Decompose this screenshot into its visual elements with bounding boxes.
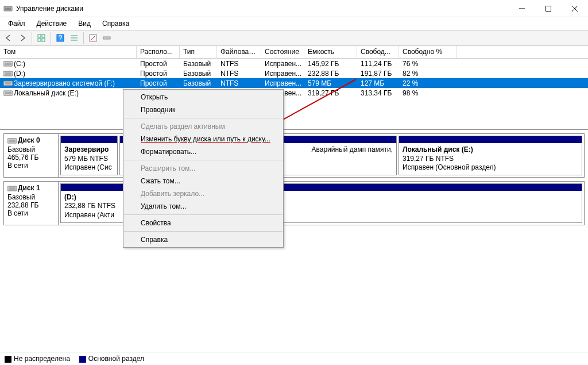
col-fs[interactable]: Файловая с... xyxy=(217,46,261,58)
context-menu-item[interactable]: Форматировать... xyxy=(123,145,283,158)
context-menu-item[interactable]: Проводник xyxy=(123,103,283,116)
col-free[interactable]: Свобод... xyxy=(357,46,399,58)
toolbar: ? xyxy=(0,30,588,46)
context-menu-item: Добавить зеркало... xyxy=(123,187,283,200)
volume-table-body: (C:)ПростойБазовыйNTFSИсправен...145,92 … xyxy=(0,59,588,98)
back-button[interactable] xyxy=(2,32,15,44)
svg-text:?: ? xyxy=(59,34,63,42)
legend-primary: Основной раздел xyxy=(79,355,144,363)
partition[interactable]: (D:)232,88 ГБ NTFSИсправен (Акти xyxy=(60,183,123,223)
context-menu-item: Сделать раздел активным xyxy=(123,120,283,133)
legend: Не распределена Основной раздел xyxy=(0,352,588,365)
svg-rect-22 xyxy=(5,82,11,84)
window-title: Управление дисками xyxy=(16,5,509,13)
context-menu: ОткрытьПроводникСделать раздел активнымИ… xyxy=(123,89,284,248)
context-menu-item[interactable]: Сжать том... xyxy=(123,175,283,187)
svg-rect-24 xyxy=(5,92,11,94)
partition[interactable]: Локальный диск (E:)319,27 ГБ NTFSИсправе… xyxy=(399,136,582,175)
svg-rect-16 xyxy=(103,37,110,39)
forward-button[interactable] xyxy=(16,32,29,44)
svg-rect-3 xyxy=(546,6,551,11)
svg-rect-6 xyxy=(38,34,41,37)
svg-rect-18 xyxy=(5,63,11,65)
context-menu-item[interactable]: Справка xyxy=(123,233,283,246)
minimize-button[interactable] xyxy=(509,0,535,17)
menu-file[interactable]: Файл xyxy=(3,18,30,29)
close-button[interactable] xyxy=(562,0,588,17)
volume-row[interactable]: Локальный диск (E:)ПростойБазовыйNTFSИсп… xyxy=(0,88,588,98)
legend-unallocated: Не распределена xyxy=(5,355,70,363)
volume-table-header: Том Располо... Тип Файловая с... Состоян… xyxy=(0,46,588,59)
menu-view[interactable]: Вид xyxy=(74,18,95,29)
help-icon[interactable]: ? xyxy=(54,32,67,44)
svg-rect-26 xyxy=(9,140,16,142)
menu-help[interactable]: Справка xyxy=(98,18,134,29)
volume-row[interactable]: Зарезервировано системой (F:)ПростойБазо… xyxy=(0,78,588,88)
svg-rect-28 xyxy=(9,187,16,190)
svg-rect-9 xyxy=(42,39,45,41)
disk-info: Диск 1Базовый232,88 ГБВ сети xyxy=(4,182,59,225)
col-freepct[interactable]: Свободно % xyxy=(399,46,457,58)
col-layout[interactable]: Располо... xyxy=(137,46,180,58)
svg-rect-8 xyxy=(38,39,41,41)
volume-row[interactable]: (D:)ПростойБазовыйNTFSИсправен...232,88 … xyxy=(0,68,588,78)
col-type[interactable]: Тип xyxy=(180,46,217,58)
context-menu-item[interactable]: Удалить том... xyxy=(123,200,283,213)
menu-action[interactable]: Действие xyxy=(32,18,72,29)
titlebar: Управление дисками xyxy=(0,0,588,17)
disk-info: Диск 0Базовый465,76 ГБВ сети xyxy=(4,134,59,177)
svg-rect-7 xyxy=(42,34,45,37)
svg-rect-20 xyxy=(5,72,11,75)
maximize-button[interactable] xyxy=(535,0,562,17)
partition[interactable]: Зарезервиро579 МБ NTFSИсправен (Сис xyxy=(60,136,118,175)
disk-row: Диск 1Базовый232,88 ГБВ сети(D:)232,88 Г… xyxy=(3,181,585,225)
grid-icon[interactable] xyxy=(35,32,48,44)
context-menu-item[interactable]: Открыть xyxy=(123,91,283,103)
disk-row: Диск 0Базовый465,76 ГБВ сетиЗарезервиро5… xyxy=(3,133,585,178)
context-menu-item: Расширить том... xyxy=(123,162,283,175)
context-menu-item[interactable]: Изменить букву диска или путь к диску... xyxy=(123,133,283,145)
col-capacity[interactable]: Емкость xyxy=(304,46,357,58)
menubar: Файл Действие Вид Справка xyxy=(0,17,588,30)
volume-row[interactable]: (C:)ПростойБазовыйNTFSИсправен...145,92 … xyxy=(0,59,588,68)
properties-icon[interactable] xyxy=(100,32,113,44)
disk-pane: Диск 0Базовый465,76 ГБВ сетиЗарезервиро5… xyxy=(0,130,588,229)
col-volume[interactable]: Том xyxy=(0,46,137,58)
list-icon[interactable] xyxy=(68,32,80,44)
app-icon xyxy=(3,4,13,13)
col-status[interactable]: Состояние xyxy=(261,46,304,58)
svg-rect-1 xyxy=(5,7,11,10)
refresh-icon[interactable] xyxy=(87,32,99,44)
context-menu-item[interactable]: Свойства xyxy=(123,217,283,229)
